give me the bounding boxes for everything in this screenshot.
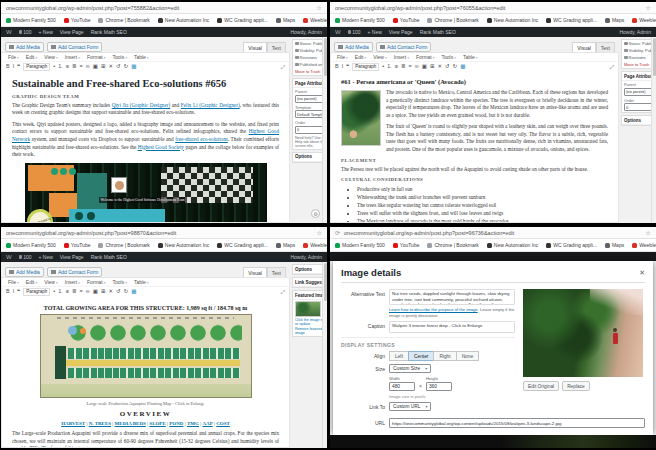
editor-toolbar-icon[interactable]: I xyxy=(13,63,15,71)
collage-image[interactable]: Welcome to the Highest Good Software Dev… xyxy=(25,163,267,223)
editor-toolbar-icon[interactable]: = xyxy=(80,63,83,71)
order-input[interactable]: 0 xyxy=(295,126,322,134)
planting-map-image[interactable] xyxy=(40,314,252,398)
url-text[interactable]: onecommunityglobal.org/wp-admin/post.php… xyxy=(344,230,642,236)
admin-user[interactable]: Howdy, Admin xyxy=(290,254,322,260)
editor-toolbar-icon[interactable]: ≡ xyxy=(66,63,69,71)
editor-menu-item[interactable]: Insert xyxy=(65,279,80,285)
add-form-button[interactable]: Add Contact Form xyxy=(376,42,432,52)
scrollbar-thumb[interactable] xyxy=(324,263,327,301)
bookmark-item[interactable]: Modern Family 500 xyxy=(6,17,56,23)
editor-toolbar-icon[interactable]: ↺ xyxy=(445,63,450,71)
editor-toolbar-icon[interactable]: ✕ xyxy=(438,63,443,71)
anchor-link[interactable]: MEDIA BEDS xyxy=(115,421,146,426)
url-bar[interactable]: onecommunityglobal.org/wp-admin/post.php… xyxy=(1,227,327,239)
bookmark-item[interactable]: New Automation Inc xyxy=(158,17,209,23)
editor-toolbar-icon[interactable]: B xyxy=(335,63,339,71)
bookmark-item[interactable]: WC Grading appli... xyxy=(217,17,268,23)
tab-text[interactable]: Text xyxy=(596,42,615,52)
size-select[interactable]: Custom Size xyxy=(389,364,431,373)
visibility-row[interactable]: Visibility: Public xyxy=(622,47,651,54)
comments-count[interactable]: 100 xyxy=(19,254,32,260)
editor-toolbar-icon[interactable]: ⊞ xyxy=(101,288,106,296)
editor-toolbar-icon[interactable]: 1. xyxy=(387,63,392,71)
bookmark-item[interactable]: Modern Family 500 xyxy=(6,242,56,248)
editor-menu-item[interactable]: Insert xyxy=(65,54,80,60)
bookmark-item[interactable]: Chrome | Bookmark xyxy=(427,17,478,23)
bookmark-star-icon[interactable]: ☆ xyxy=(317,230,322,236)
avocado-photo[interactable] xyxy=(341,90,381,146)
eco-link[interactable]: free-shared eco-solutions xyxy=(175,136,228,142)
bookmark-item[interactable]: WC Grading appli... xyxy=(546,242,597,248)
bookmark-item[interactable]: Weebles xyxy=(632,17,656,23)
editor-toolbar-icon[interactable]: Paragraph xyxy=(23,63,50,71)
editor-toolbar-icon[interactable]: I xyxy=(13,288,15,296)
url-text[interactable]: onecommunityglobal.org/wp-admin/post.php… xyxy=(6,5,313,11)
comments-count[interactable]: 100 xyxy=(348,29,361,35)
view-page-link[interactable]: View Page xyxy=(60,29,84,35)
scrollbar[interactable] xyxy=(651,37,656,223)
add-form-button[interactable]: Add Contact Form xyxy=(47,267,103,277)
bookmark-item[interactable]: YouTube xyxy=(393,242,420,248)
align-left-button[interactable]: Left xyxy=(389,351,409,361)
add-media-button[interactable]: Add Media xyxy=(5,42,44,52)
editor-menu-item[interactable]: Edit xyxy=(26,279,37,285)
move-to-trash-link[interactable]: Move to Trash xyxy=(293,68,322,75)
url-bar[interactable]: onecommunityglobal.org/wp-admin/post.php… xyxy=(330,2,656,14)
editor-toolbar-icon[interactable]: ↻ xyxy=(453,63,458,71)
editor-menu-item[interactable]: View xyxy=(373,54,386,60)
bookmark-item[interactable]: Maps xyxy=(605,17,624,23)
parent-select[interactable]: (no parent) xyxy=(295,95,322,103)
rank-math-seo-menu[interactable]: Rank Math SEO xyxy=(420,29,456,35)
bookmark-item[interactable]: Chrome | Bookmark xyxy=(427,242,478,248)
tab-text[interactable]: Text xyxy=(267,267,286,277)
editor-toolbar-icon[interactable]: ↻ xyxy=(124,288,129,296)
editor-menu-item[interactable]: Tools xyxy=(112,54,126,60)
bookmark-item[interactable]: YouTube xyxy=(393,17,420,23)
settings-gear-icon[interactable]: ⚙ xyxy=(311,209,320,218)
editor-toolbar-icon[interactable]: ▣ xyxy=(93,288,98,296)
editor-menu-item[interactable]: Format xyxy=(87,279,106,285)
url-bar[interactable]: onecommunityglobal.org/wp-admin/post.php… xyxy=(1,2,327,14)
bookmark-item[interactable]: Chrome | Bookmark xyxy=(98,242,149,248)
editor-toolbar-icon[interactable]: ≣ xyxy=(72,288,77,296)
editor-content[interactable]: TOTAL GROWING AREA FOR THIS STRUCTURE: 1… xyxy=(1,297,290,448)
person-link[interactable]: Felix Li (Graphic Designer) xyxy=(181,102,240,108)
view-page-link[interactable]: View Page xyxy=(60,254,84,260)
tab-visual[interactable]: Visual xyxy=(572,42,596,52)
bookmark-item[interactable]: New Automation Inc xyxy=(487,242,538,248)
editor-menu-item[interactable]: File xyxy=(8,54,19,60)
person-link[interactable]: Qiyi Jia (Graphic Designer) xyxy=(112,102,171,108)
bookmark-item[interactable]: New Automation Inc xyxy=(158,242,209,248)
editor-toolbar-icon[interactable]: B xyxy=(6,63,10,71)
caption-input[interactable]: Walipini 3 interior forest drop - Click … xyxy=(389,321,515,333)
wordpress-logo-icon[interactable]: W xyxy=(335,29,341,35)
editor-toolbar-icon[interactable]: • xyxy=(53,63,55,71)
editor-menu-item[interactable]: Edit xyxy=(26,54,37,60)
align-center-button[interactable]: Center xyxy=(408,351,434,361)
editor-menu-item[interactable]: File xyxy=(337,54,348,60)
admin-user[interactable]: Howdy, Admin xyxy=(290,29,322,35)
replace-button[interactable]: Replace xyxy=(562,381,590,391)
anchor-link[interactable]: COST xyxy=(216,421,230,426)
editor-menu-item[interactable]: Format xyxy=(87,54,106,60)
revisions-row[interactable]: Revisions xyxy=(293,54,322,61)
editor-toolbar-icon[interactable]: ❝ xyxy=(17,288,20,296)
scrollbar-thumb[interactable] xyxy=(324,38,327,76)
editor-toolbar-icon[interactable]: ↺ xyxy=(116,288,121,296)
editor-toolbar-icon[interactable]: = xyxy=(409,63,412,71)
bookmark-item[interactable]: New Automation Inc xyxy=(487,17,538,23)
editor-toolbar-icon[interactable]: ✕ xyxy=(109,288,114,296)
editor-toolbar-icon[interactable]: ∞ xyxy=(86,63,90,71)
bookmark-item[interactable]: WC Grading appli... xyxy=(546,17,597,23)
add-media-button[interactable]: Add Media xyxy=(5,267,44,277)
height-input[interactable]: 360 xyxy=(426,382,452,391)
editor-toolbar-icon[interactable]: 1. xyxy=(58,288,63,296)
editor-toolbar-icon[interactable]: ❝ xyxy=(17,63,20,71)
editor-toolbar-icon[interactable]: ≣ xyxy=(401,63,406,71)
view-page-link[interactable]: View Page xyxy=(389,29,413,35)
new-menu[interactable]: + New xyxy=(39,254,53,260)
align-none-button[interactable]: None xyxy=(456,351,479,361)
editor-toolbar-icon[interactable]: ▦ xyxy=(131,288,136,296)
rank-math-seo-menu[interactable]: Rank Math SEO xyxy=(91,29,127,35)
